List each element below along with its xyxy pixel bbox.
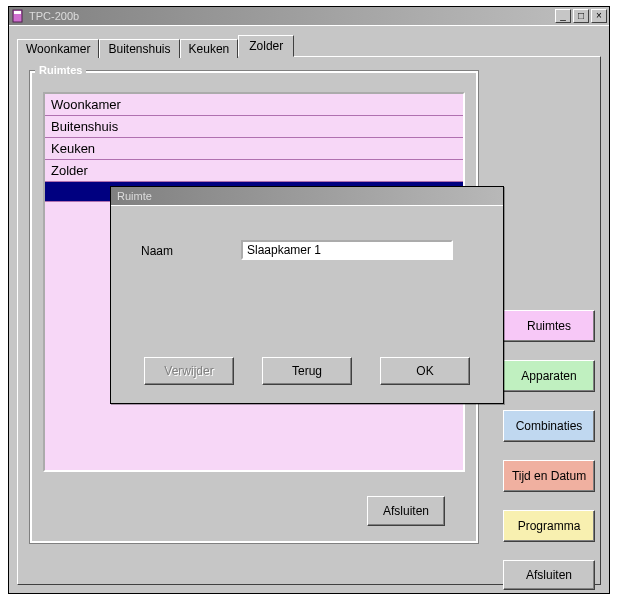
group-label: Ruimtes [35, 64, 86, 76]
app-icon [11, 9, 25, 23]
close-button[interactable]: × [591, 9, 607, 23]
list-item[interactable]: Buitenshuis [45, 116, 463, 138]
side-tijd-button[interactable]: Tijd en Datum [503, 460, 595, 492]
dialog-title: Ruimte [113, 190, 501, 202]
window-title: TPC-200b [29, 10, 553, 22]
svg-rect-1 [14, 11, 21, 14]
list-item[interactable]: Keuken [45, 138, 463, 160]
tab-buitenshuis[interactable]: Buitenshuis [99, 39, 179, 58]
minimize-button[interactable]: _ [555, 9, 571, 23]
list-item[interactable]: Zolder [45, 160, 463, 182]
main-titlebar[interactable]: TPC-200b _ □ × [9, 7, 609, 25]
terug-button[interactable]: Terug [262, 357, 352, 385]
side-ruimtes-button[interactable]: Ruimtes [503, 310, 595, 342]
naam-input[interactable] [241, 240, 453, 260]
naam-label: Naam [141, 244, 173, 258]
side-afsluiten-button[interactable]: Afsluiten [503, 560, 595, 590]
tab-woonkamer[interactable]: Woonkamer [17, 39, 99, 58]
side-apparaten-button[interactable]: Apparaten [503, 360, 595, 392]
afsluiten-inner-button[interactable]: Afsluiten [367, 496, 445, 526]
side-programma-button[interactable]: Programma [503, 510, 595, 542]
maximize-button[interactable]: □ [573, 9, 589, 23]
tab-keuken[interactable]: Keuken [180, 39, 239, 58]
side-combinaties-button[interactable]: Combinaties [503, 410, 595, 442]
dialog-body: Naam Verwijder Terug OK [111, 205, 503, 403]
list-item[interactable]: Woonkamer [45, 94, 463, 116]
ok-button[interactable]: OK [380, 357, 470, 385]
tab-zolder[interactable]: Zolder [238, 35, 294, 57]
tab-strip: Woonkamer Buitenshuis Keuken Zolder [17, 34, 601, 56]
dialog-titlebar[interactable]: Ruimte [111, 187, 503, 205]
verwijder-button[interactable]: Verwijder [144, 357, 234, 385]
ruimte-dialog: Ruimte Naam Verwijder Terug OK [110, 186, 504, 404]
